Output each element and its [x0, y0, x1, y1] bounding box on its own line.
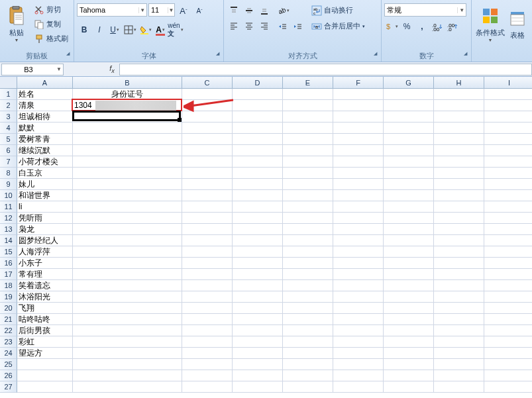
- cell-E10[interactable]: [283, 190, 333, 201]
- cell-C14[interactable]: [182, 235, 233, 246]
- cell-G14[interactable]: [384, 235, 434, 246]
- cell-E16[interactable]: [283, 258, 333, 269]
- cell-I1[interactable]: [484, 89, 532, 100]
- cell-I11[interactable]: [484, 201, 532, 213]
- cell-C22[interactable]: [182, 325, 233, 336]
- cell-B13[interactable]: [73, 224, 182, 235]
- cell-B6[interactable]: [73, 145, 182, 156]
- number-format-input[interactable]: [385, 6, 457, 14]
- cell-I18[interactable]: [484, 280, 532, 291]
- col-header-G[interactable]: G: [384, 77, 434, 89]
- cell-C4[interactable]: [182, 123, 233, 134]
- cell-E2[interactable]: [283, 100, 333, 111]
- cell-D22[interactable]: [233, 325, 283, 336]
- align-right-button[interactable]: [257, 19, 272, 33]
- cell-E15[interactable]: [283, 246, 333, 258]
- cell-B27[interactable]: [73, 381, 182, 393]
- cell-G8[interactable]: [384, 168, 434, 179]
- cell-G17[interactable]: [384, 269, 434, 280]
- cell-H1[interactable]: [434, 89, 484, 100]
- row-header-15[interactable]: 15: [0, 246, 17, 258]
- cell-I19[interactable]: [484, 291, 532, 303]
- cell-F9[interactable]: [333, 179, 384, 190]
- cell-B1[interactable]: 身份证号: [73, 89, 182, 100]
- wrap-text-button[interactable]: abc 自动换行: [309, 3, 367, 17]
- orientation-button[interactable]: ab▾: [276, 3, 290, 18]
- font-size-combo[interactable]: ▼: [148, 3, 175, 17]
- row-header-16[interactable]: 16: [0, 258, 17, 269]
- cell-D14[interactable]: [233, 235, 283, 246]
- cell-G6[interactable]: [384, 145, 434, 156]
- cell-A1[interactable]: 姓名: [17, 89, 73, 100]
- cell-D26[interactable]: [233, 370, 283, 381]
- cell-B14[interactable]: [73, 235, 182, 246]
- cell-B18[interactable]: [73, 280, 182, 291]
- row-header-7[interactable]: 7: [0, 156, 17, 168]
- cell-I2[interactable]: [484, 100, 532, 111]
- cell-G15[interactable]: [384, 246, 434, 258]
- cell-B15[interactable]: [73, 246, 182, 258]
- cell-H13[interactable]: [434, 224, 484, 235]
- cell-H25[interactable]: [434, 359, 484, 370]
- cell-F5[interactable]: [333, 134, 384, 145]
- col-header-E[interactable]: E: [283, 77, 333, 89]
- decrease-decimal-button[interactable]: .00.0: [445, 19, 460, 34]
- cell-F1[interactable]: [333, 89, 384, 100]
- cell-H17[interactable]: [434, 269, 484, 280]
- cell-F16[interactable]: [333, 258, 384, 269]
- cell-B24[interactable]: [73, 348, 182, 359]
- cell-A18[interactable]: 笑着遗忘: [17, 280, 73, 291]
- align-top-button[interactable]: [227, 3, 241, 18]
- cell-C21[interactable]: [182, 314, 233, 325]
- cell-B10[interactable]: [73, 190, 182, 201]
- cell-I27[interactable]: [484, 381, 532, 393]
- cell-A16[interactable]: 小东子: [17, 258, 73, 269]
- row-header-6[interactable]: 6: [0, 145, 17, 156]
- cell-H19[interactable]: [434, 291, 484, 303]
- cell-A12[interactable]: 凭听雨: [17, 213, 73, 224]
- cell-G12[interactable]: [384, 213, 434, 224]
- cell-A9[interactable]: 妹儿: [17, 179, 73, 190]
- spreadsheet-grid[interactable]: ABCDEFGHI 123456789101112131415161718192…: [0, 77, 532, 398]
- cell-E5[interactable]: [283, 134, 333, 145]
- cell-H20[interactable]: [434, 303, 484, 314]
- cell-E23[interactable]: [283, 336, 333, 348]
- decrease-indent-button[interactable]: [276, 20, 290, 34]
- cell-H2[interactable]: [434, 100, 484, 111]
- row-header-5[interactable]: 5: [0, 134, 17, 145]
- currency-button[interactable]: $▾: [384, 19, 399, 34]
- cell-D10[interactable]: [233, 190, 283, 201]
- cell-H23[interactable]: [434, 336, 484, 348]
- row-header-27[interactable]: 27: [0, 381, 17, 393]
- cell-G7[interactable]: [384, 156, 434, 168]
- cell-C9[interactable]: [182, 179, 233, 190]
- cell-F2[interactable]: [333, 100, 384, 111]
- cell-G3[interactable]: [384, 111, 434, 123]
- chevron-down-icon[interactable]: ▼: [168, 7, 174, 13]
- cell-C13[interactable]: [182, 224, 233, 235]
- align-bottom-button[interactable]: [257, 3, 272, 18]
- cell-D17[interactable]: [233, 269, 283, 280]
- cell-E4[interactable]: [283, 123, 333, 134]
- cell-H24[interactable]: [434, 348, 484, 359]
- cell-A15[interactable]: 人海浮萍: [17, 246, 73, 258]
- cell-B19[interactable]: [73, 291, 182, 303]
- cell-I13[interactable]: [484, 224, 532, 235]
- row-header-9[interactable]: 9: [0, 179, 17, 190]
- cell-F26[interactable]: [333, 370, 384, 381]
- cell-B12[interactable]: [73, 213, 182, 224]
- cell-F17[interactable]: [333, 269, 384, 280]
- cell-H3[interactable]: [434, 111, 484, 123]
- format-painter-button[interactable]: 格式刷: [32, 32, 70, 46]
- cell-C3[interactable]: [182, 111, 233, 123]
- cell-C20[interactable]: [182, 303, 233, 314]
- cell-G18[interactable]: [384, 280, 434, 291]
- cell-G13[interactable]: [384, 224, 434, 235]
- cell-B9[interactable]: [73, 179, 182, 190]
- cell-A25[interactable]: [17, 359, 73, 370]
- cell-F27[interactable]: [333, 381, 384, 393]
- row-header-20[interactable]: 20: [0, 303, 17, 314]
- row-header-10[interactable]: 10: [0, 190, 17, 201]
- row-header-26[interactable]: 26: [0, 370, 17, 381]
- cell-F11[interactable]: [333, 201, 384, 213]
